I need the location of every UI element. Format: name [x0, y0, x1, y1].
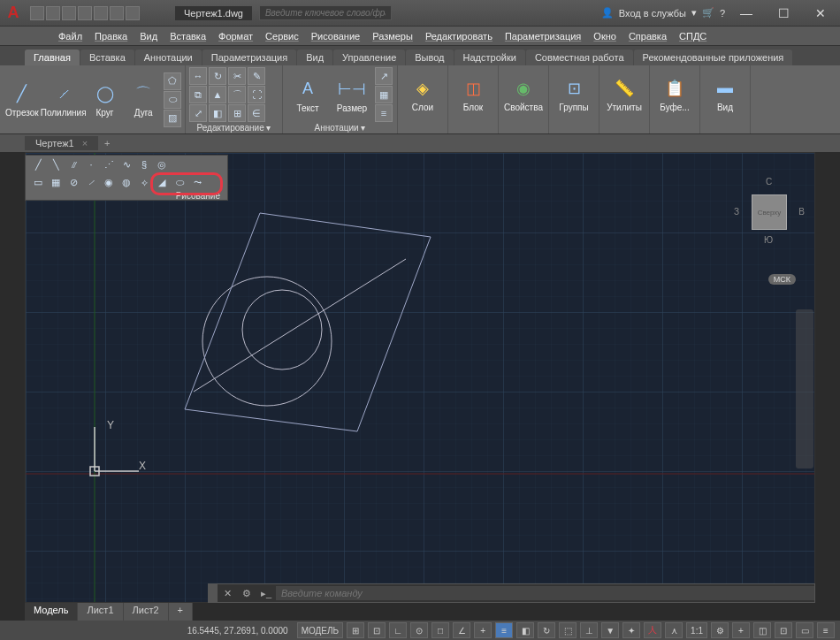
menu-параметризация[interactable]: Параметризация: [500, 29, 586, 43]
menu-размеры[interactable]: Размеры: [367, 29, 418, 43]
leader-icon[interactable]: ↗: [375, 67, 393, 85]
helix-icon[interactable]: §: [137, 157, 151, 171]
annoscale-icon[interactable]: 人: [644, 622, 661, 638]
exchange-icon[interactable]: ▾: [691, 7, 697, 19]
layout-tab-Лист1[interactable]: Лист1: [78, 603, 123, 621]
close-tab-icon[interactable]: ×: [82, 138, 88, 149]
maximize-button[interactable]: ☐: [767, 0, 799, 27]
ribbon-tab-7[interactable]: Надстройки: [454, 50, 525, 65]
cmdline-handle[interactable]: [209, 584, 218, 602]
ribbon-tab-2[interactable]: Аннотации: [135, 50, 202, 65]
hatch-icon[interactable]: ▨: [164, 110, 181, 127]
minimize-button[interactable]: —: [730, 0, 762, 27]
menu-сервис[interactable]: Сервис: [260, 29, 304, 43]
clipboard-button[interactable]: 📋Буфе...: [653, 67, 696, 120]
cleanscreen-icon[interactable]: ▭: [796, 622, 813, 638]
dyn-toggle-icon[interactable]: +: [474, 622, 492, 638]
view-cube[interactable]: С З В Ю Сверху: [734, 177, 805, 265]
polar-toggle-icon[interactable]: ⊙: [410, 622, 428, 638]
move-icon[interactable]: ↔: [189, 67, 207, 85]
search-input[interactable]: [259, 5, 392, 20]
draw-Отрезок[interactable]: ╱Отрезок: [4, 73, 41, 126]
draw-Полилиния[interactable]: ⟋Полилиния: [42, 73, 85, 126]
annomon-icon[interactable]: +: [732, 622, 750, 638]
cmdline-customize-icon[interactable]: ⚙: [237, 583, 256, 603]
layers-button[interactable]: ◈Слои: [401, 67, 444, 120]
model-space-button[interactable]: МОДЕЛЬ: [297, 622, 343, 638]
panel-annot-label[interactable]: Аннотации ▾: [286, 122, 393, 133]
fillet-icon[interactable]: ⌒: [228, 86, 246, 103]
ribbon-tab-5[interactable]: Управление: [333, 50, 405, 65]
groups-button[interactable]: ⊡Группы: [553, 67, 595, 120]
otrack-toggle-icon[interactable]: ∠: [453, 622, 470, 638]
stretch-icon[interactable]: ⤢: [189, 104, 207, 122]
region-icon[interactable]: ▦: [49, 175, 63, 189]
viewcube-top[interactable]: Сверху: [752, 194, 787, 230]
menu-рисование[interactable]: Рисование: [306, 29, 365, 43]
help-icon[interactable]: ?: [720, 8, 725, 19]
qat-undo-icon[interactable]: [110, 6, 124, 20]
construction-line-icon[interactable]: ╱: [31, 157, 45, 171]
menu-окно[interactable]: Окно: [588, 29, 622, 43]
command-input[interactable]: [276, 586, 814, 600]
qat-plot-icon[interactable]: [94, 6, 108, 20]
cycling-icon[interactable]: ↻: [538, 622, 555, 638]
hardware-icon[interactable]: ⊡: [775, 622, 792, 638]
cmdline-toggle-icon[interactable]: ✕: [218, 583, 237, 603]
text-button[interactable]: AТекст: [286, 68, 329, 121]
rectangle-icon[interactable]: ▭: [31, 175, 45, 189]
app-logo[interactable]: A: [0, 0, 27, 27]
gradient-icon[interactable]: ◢: [155, 175, 169, 189]
divide-icon[interactable]: ⋰: [102, 157, 116, 171]
command-line[interactable]: ✕ ⚙ ▸_: [208, 583, 815, 603]
drawing-area[interactable]: X Y: [25, 152, 815, 603]
ribbon-tab-0[interactable]: Главная: [25, 50, 80, 65]
explode-icon[interactable]: ⛶: [248, 86, 265, 103]
transparency-icon[interactable]: ◧: [516, 622, 534, 638]
isolate-icon[interactable]: ◫: [753, 622, 771, 638]
login-label[interactable]: Вход в службы: [619, 8, 686, 19]
lwt-toggle-icon[interactable]: ≡: [495, 622, 513, 638]
viewcube-east[interactable]: В: [798, 207, 805, 217]
menu-вид[interactable]: Вид: [134, 29, 163, 43]
grid-toggle-icon[interactable]: ⊞: [347, 622, 364, 638]
new-tab-button[interactable]: +: [98, 138, 116, 149]
navigation-bar[interactable]: [796, 309, 813, 469]
ellipse-icon[interactable]: ⬭: [164, 91, 181, 109]
hatch-btn-icon[interactable]: ◍: [119, 175, 134, 189]
scale-icon[interactable]: ◧: [209, 104, 226, 122]
multiline-icon[interactable]: ⫽: [66, 157, 80, 171]
spline-icon[interactable]: ∿: [119, 157, 134, 171]
array-icon[interactable]: ⊞: [228, 104, 246, 122]
ortho-toggle-icon[interactable]: ∟: [389, 622, 407, 638]
ribbon-tab-6[interactable]: Вывод: [406, 50, 453, 65]
gizmo-icon[interactable]: ✦: [622, 622, 640, 638]
layout-tab-Лист2[interactable]: Лист2: [124, 603, 169, 621]
ribbon-tab-4[interactable]: Вид: [297, 50, 332, 65]
menu-файл[interactable]: Файл: [53, 29, 88, 43]
donut-icon[interactable]: ◎: [155, 157, 169, 171]
ribbon-tab-9[interactable]: Рекомендованные приложения: [634, 50, 793, 65]
user-icon[interactable]: 👤: [601, 7, 614, 19]
copy-icon[interactable]: ⧉: [189, 86, 207, 103]
annovis-icon[interactable]: ⋏: [665, 622, 683, 638]
ribbon-tab-3[interactable]: Параметризация: [202, 50, 296, 65]
ribbon-tab-1[interactable]: Вставка: [80, 50, 134, 65]
dynucs-icon[interactable]: ⊥: [580, 622, 598, 638]
dimension-button[interactable]: ⊢⊣Размер: [331, 68, 373, 121]
ribbon-tab-8[interactable]: Совместная работа: [526, 50, 633, 65]
mtext-icon[interactable]: ≡: [375, 104, 393, 122]
revision-icon[interactable]: ◉: [102, 175, 116, 189]
view-button[interactable]: ▬Вид: [704, 67, 746, 120]
mirror-icon[interactable]: ▲: [209, 86, 226, 103]
draw-palette[interactable]: ╱ ╲ ⫽ · ⋰ ∿ § ◎ ▭ ▦ ⊘ ⟋ ◉ ◍ ⟡ ◢ ⬭ ⤳ Рисо…: [25, 155, 228, 201]
menu-правка[interactable]: Правка: [89, 29, 133, 43]
drawing-canvas[interactable]: X Y: [26, 153, 815, 603]
panel-edit-label[interactable]: Редактирование ▾: [189, 122, 279, 133]
utils-button[interactable]: 📏Утилиты: [603, 67, 645, 120]
doc-tab[interactable]: Чертеж1 ×: [25, 136, 98, 150]
layout-add-button[interactable]: +: [169, 603, 193, 621]
viewcube-north[interactable]: С: [766, 177, 772, 187]
scale-button[interactable]: 1:1: [686, 622, 707, 638]
qat-save-icon[interactable]: [62, 6, 76, 20]
